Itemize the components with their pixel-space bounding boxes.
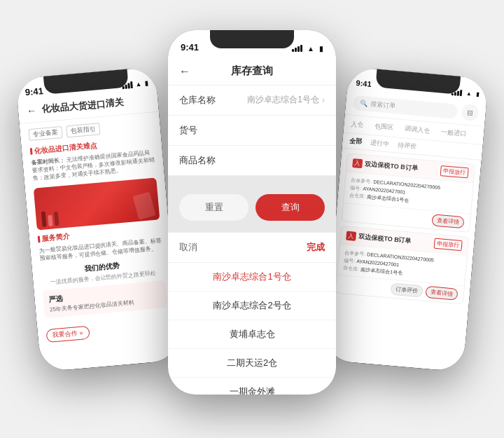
center-back-icon[interactable]: ← [179, 65, 190, 78]
left-tag-1: 包装指引 [66, 123, 100, 137]
order-card-1: 入 双边保税TO B订单 申报放行 合单参号: DECLARATION20220… [335, 225, 469, 304]
phones-container: 9:41 ▲ ▮ ← 化妆品大货进口清关 专业 [7, 9, 497, 430]
sheet-items: 南沙卓志综合1号仓南沙卓志综合2号仓黄埔卓志仓二期天运2仓一期金外滩三期保税仓南… [168, 263, 336, 395]
form-row-item-code[interactable]: 货号 [168, 116, 336, 146]
right-phone-screen: 9:41 ▲ ▮ 🔍 搜索订单 [323, 67, 489, 372]
left-content: 专业备案 包装指引 化妆品进口清关难点 备案时间长： 无法维护准确提供国家食品药… [20, 111, 176, 324]
sheet-item-4[interactable]: 一期金外滩 [168, 378, 336, 395]
search-button[interactable]: 查询 [255, 194, 325, 221]
sheet-cancel-button[interactable]: 取消 [179, 241, 197, 254]
view-details-button-0[interactable]: 查看详情 [431, 213, 464, 228]
sheet-item-1[interactable]: 南沙卓志综合2号仓 [168, 292, 336, 320]
gray-area: 重置 查询 [168, 176, 336, 232]
right-tab-2[interactable]: 调调入仓 [402, 123, 433, 137]
form-row-warehouse[interactable]: 仓库名称 南沙卓志综合1号仓 › [168, 85, 336, 116]
right-tab-1[interactable]: 包围区 [372, 120, 397, 134]
right-battery-icon: ▮ [476, 91, 479, 97]
order-type-badge-1: 入 [346, 231, 356, 240]
center-header: ← 库存查询 [168, 58, 336, 85]
sheet-item-2[interactable]: 黄埔卓志仓 [168, 320, 336, 349]
right-filter-button[interactable]: ⊟ [461, 103, 479, 121]
search-icon: 🔍 [360, 99, 368, 107]
chevron-right-icon: › [322, 95, 325, 105]
right-status-time: 9:41 [356, 78, 372, 88]
reset-button[interactable]: 重置 [179, 194, 248, 221]
right-tab-3[interactable]: 一般进口 [438, 125, 469, 140]
left-phone-screen: 9:41 ▲ ▮ ← 化妆品大货进口清关 专业 [15, 67, 181, 372]
form-label-warehouse: 仓库名称 [179, 94, 216, 107]
left-battery-icon: ▮ [144, 80, 148, 87]
left-wifi-icon: ▲ [135, 80, 142, 88]
right-subtab-all[interactable]: 全部 [349, 136, 363, 146]
filter-icon: ⊟ [467, 108, 473, 116]
form-label-item-code: 货号 [179, 124, 197, 137]
center-status-icons: ▲ ▮ [292, 45, 323, 53]
form-btn-row: 重置 查询 [179, 187, 325, 221]
left-back-icon[interactable]: ← [26, 104, 36, 116]
center-status-time: 9:41 [181, 42, 199, 53]
order-title-1: 双边保税TO B订单 [358, 231, 412, 245]
right-tab-0[interactable]: 入仓 [348, 118, 367, 131]
rate-order-button-1[interactable]: 订单评价 [391, 282, 424, 297]
center-form: 仓库名称 南沙卓志综合1号仓 › 货号 商品名称 [168, 85, 336, 176]
order-status-1: 申报放行 [434, 238, 463, 250]
order-type-badge-0: 入 [352, 158, 363, 168]
right-wifi-icon: ▲ [466, 90, 472, 97]
order-title-0: 双边保税TO B订单 [365, 159, 418, 173]
sheet-header: 取消 完成 [168, 233, 336, 263]
form-label-product-name: 商品名称 [179, 154, 216, 167]
sheet-done-button[interactable]: 完成 [307, 241, 325, 254]
center-title: 库存查询 [231, 64, 273, 78]
sheet-item-0[interactable]: 南沙卓志综合1号仓 [168, 263, 336, 292]
left-strict: 严选 25年关务专家把控化妆品清关材料 [43, 280, 168, 317]
center-phone-screen: 9:41 ▲ ▮ ← 库存查询 仓库名称 [168, 30, 336, 395]
center-wifi-icon: ▲ [307, 45, 314, 53]
center-signal-icon [292, 45, 302, 52]
right-subtab-review[interactable]: 待评价 [398, 140, 417, 151]
view-details-button-1[interactable]: 查看详情 [425, 285, 458, 300]
center-phone-notch [210, 30, 294, 48]
search-placeholder: 搜索订单 [370, 99, 396, 110]
bottom-sheet: 取消 完成 南沙卓志综合1号仓南沙卓志综合2号仓黄埔卓志仓二期天运2仓一期金外滩… [168, 232, 336, 395]
order-card-0: 入 双边保税TO B订单 申报放行 合单参号: DECLARATION20220… [341, 153, 475, 232]
form-value-warehouse: 南沙卓志综合1号仓 › [247, 94, 325, 106]
left-cta-button[interactable]: 我要合作 » [46, 325, 90, 342]
right-search-input[interactable]: 🔍 搜索订单 [352, 95, 458, 118]
center-battery-icon: ▮ [319, 45, 323, 53]
left-tag-0: 专业备案 [28, 126, 62, 141]
left-image-block [34, 177, 160, 230]
form-row-product-name[interactable]: 商品名称 [168, 146, 336, 176]
sheet-item-3[interactable]: 二期天运2仓 [168, 349, 336, 378]
right-subtab-ongoing[interactable]: 进行中 [370, 138, 390, 149]
order-status-0: 申报放行 [440, 165, 469, 178]
left-header-title: 化妆品大货进口清关 [41, 96, 124, 116]
left-status-time: 9:41 [24, 85, 43, 97]
left-phone: 9:41 ▲ ▮ ← 化妆品大货进口清关 专业 [15, 67, 181, 372]
center-phone: 9:41 ▲ ▮ ← 库存查询 仓库名称 [168, 30, 336, 395]
right-phone: 9:41 ▲ ▮ 🔍 搜索订单 [323, 67, 489, 372]
